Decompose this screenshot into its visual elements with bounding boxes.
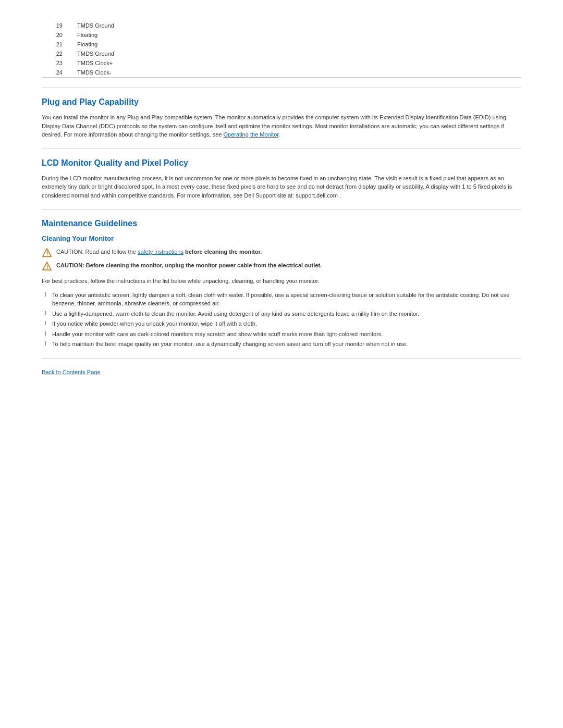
caution-1-prefix: CAUTION: Read and follow the [56,249,138,255]
pin-number: 21 [42,40,73,49]
plug-and-play-after: . [278,131,280,138]
table-row: 19TMDS Ground [42,21,521,30]
table-row: 20Floating [42,30,521,40]
list-item: To help maintain the best image quality … [52,340,521,349]
svg-text:!: ! [46,264,48,270]
list-item: If you notice white powder when you unpa… [52,319,521,328]
divider-2 [42,149,521,149]
caution-1: ! CAUTION: Read and follow the safety in… [42,248,521,258]
pin-number: 24 [42,68,73,78]
list-item: Use a lightly-dampened, warm cloth to cl… [52,310,521,318]
caution-2: ! CAUTION: Before cleaning the monitor, … [42,261,521,272]
svg-text:!: ! [46,251,48,256]
caution-icon-1: ! [42,248,52,258]
lcd-quality-body: During the LCD monitor manufacturing pro… [42,174,521,200]
lcd-quality-section: LCD Monitor Quality and Pixel Policy Dur… [42,158,521,200]
pin-number: 23 [42,58,73,68]
pin-label: TMDS Ground [73,21,521,30]
divider-4 [42,358,521,359]
pin-number: 20 [42,30,73,40]
pin-label: TMDS Clock+ [73,58,521,68]
pin-number: 22 [42,49,73,58]
operating-monitor-link[interactable]: Operating the Monitor [224,131,279,138]
pin-table: 19TMDS Ground20Floating21Floating22TMDS … [42,21,521,78]
table-row: 24TMDS Clock- [42,68,521,78]
pin-label: TMDS Ground [73,49,521,58]
maintenance-title: Maintenance Guidelines [42,219,521,228]
caution-1-suffix: before cleaning the monitor. [183,249,262,255]
plug-and-play-body: You can install the monitor in any Plug … [42,113,521,139]
back-link-container: Back to Contents Page [42,369,521,375]
maintenance-section: Maintenance Guidelines Cleaning Your Mon… [42,219,521,349]
pin-label: Floating [73,30,521,40]
table-row: 23TMDS Clock+ [42,58,521,68]
cleaning-subsection: Cleaning Your Monitor ! CAUTION: Read an… [42,235,521,349]
caution-2-text: CAUTION: Before cleaning the monitor, un… [56,261,322,270]
divider-1 [42,88,521,88]
plug-and-play-title: Plug and Play Capability [42,97,521,107]
list-item: Handle your monitor with care as dark-co… [52,330,521,339]
plug-and-play-section: Plug and Play Capability You can install… [42,97,521,139]
list-item: To clean your antistatic screen, lightly… [52,291,521,308]
cleaning-intro: For best practices, follow the instructi… [42,277,521,286]
pin-label: Floating [73,40,521,49]
pin-number: 19 [42,21,73,30]
cleaning-subtitle: Cleaning Your Monitor [42,235,521,242]
caution-1-text: CAUTION: Read and follow the safety inst… [56,248,262,256]
divider-3 [42,209,521,209]
pin-label: TMDS Clock- [73,68,521,78]
table-row: 21Floating [42,40,521,49]
caution-2-bold: Before cleaning the monitor, unplug the … [86,262,322,268]
lcd-quality-title: LCD Monitor Quality and Pixel Policy [42,158,521,168]
safety-instructions-link[interactable]: safety instructions [138,249,183,255]
table-row: 22TMDS Ground [42,49,521,58]
back-to-contents-link[interactable]: Back to Contents Page [42,369,101,375]
caution-icon-2: ! [42,261,52,272]
cleaning-bullet-list: To clean your antistatic screen, lightly… [42,291,521,349]
